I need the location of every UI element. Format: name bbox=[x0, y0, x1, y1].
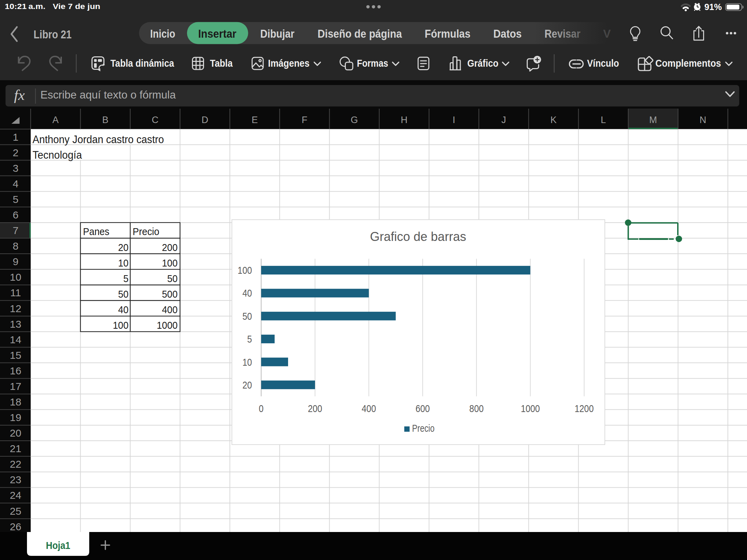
svg-text:Tabla dinámica: Tabla dinámica bbox=[110, 58, 174, 69]
svg-text:Panes: Panes bbox=[83, 226, 109, 237]
svg-text:Libro 21: Libro 21 bbox=[34, 28, 72, 41]
svg-text:100: 100 bbox=[162, 257, 177, 269]
svg-text:12: 12 bbox=[10, 303, 21, 314]
svg-text:40: 40 bbox=[242, 287, 252, 299]
svg-text:10:21 a.m.: 10:21 a.m. bbox=[5, 2, 45, 11]
svg-text:D: D bbox=[202, 115, 209, 125]
svg-text:23: 23 bbox=[10, 474, 21, 485]
svg-text:Tecnología: Tecnología bbox=[33, 149, 82, 161]
svg-text:0: 0 bbox=[259, 403, 264, 414]
svg-text:E: E bbox=[252, 115, 258, 125]
svg-text:H: H bbox=[401, 115, 408, 125]
svg-text:1200: 1200 bbox=[575, 403, 594, 414]
svg-text:Escribe aquí texto o fórmula: Escribe aquí texto o fórmula bbox=[40, 89, 176, 101]
svg-text:Grafico de barras: Grafico de barras bbox=[370, 230, 466, 244]
svg-text:1000: 1000 bbox=[157, 319, 177, 331]
svg-text:400: 400 bbox=[162, 304, 177, 315]
svg-text:I: I bbox=[453, 115, 455, 125]
svg-text:10: 10 bbox=[10, 271, 21, 283]
svg-text:20: 20 bbox=[242, 379, 252, 391]
svg-text:20: 20 bbox=[118, 242, 128, 253]
svg-text:C: C bbox=[152, 115, 159, 125]
svg-text:19: 19 bbox=[10, 412, 21, 423]
svg-text:100: 100 bbox=[113, 319, 128, 331]
svg-text:14: 14 bbox=[10, 334, 21, 345]
svg-text:15: 15 bbox=[10, 349, 21, 361]
svg-text:K: K bbox=[551, 115, 557, 125]
svg-text:26: 26 bbox=[10, 521, 21, 532]
svg-text:Precio: Precio bbox=[133, 226, 159, 237]
svg-text:Anthony Jordan castro castro: Anthony Jordan castro castro bbox=[33, 133, 164, 146]
svg-text:22: 22 bbox=[10, 458, 21, 470]
svg-text:50: 50 bbox=[118, 288, 128, 300]
svg-text:Hoja1: Hoja1 bbox=[46, 540, 70, 551]
svg-text:Dibujar: Dibujar bbox=[260, 27, 295, 40]
svg-text:400: 400 bbox=[362, 403, 376, 414]
svg-text:500: 500 bbox=[162, 288, 177, 300]
svg-text:Vie 7 de jun: Vie 7 de jun bbox=[53, 2, 101, 11]
svg-text:6: 6 bbox=[13, 209, 19, 221]
svg-text:V: V bbox=[603, 27, 611, 40]
svg-text:18: 18 bbox=[10, 396, 21, 408]
svg-text:100: 100 bbox=[238, 264, 252, 276]
svg-text:11: 11 bbox=[10, 287, 21, 298]
svg-text:21: 21 bbox=[10, 443, 21, 454]
svg-text:50: 50 bbox=[242, 310, 252, 322]
svg-text:25: 25 bbox=[10, 505, 21, 517]
svg-text:Diseño de página: Diseño de página bbox=[317, 27, 402, 40]
svg-text:2: 2 bbox=[13, 147, 19, 158]
svg-text:Vínculo: Vínculo bbox=[587, 58, 619, 69]
svg-text:3: 3 bbox=[13, 162, 19, 174]
svg-text:1000: 1000 bbox=[521, 403, 540, 414]
svg-text:13: 13 bbox=[10, 318, 21, 330]
svg-text:20: 20 bbox=[10, 427, 21, 439]
svg-text:Complementos: Complementos bbox=[655, 58, 721, 69]
svg-text:B: B bbox=[102, 115, 109, 125]
svg-text:Insertar: Insertar bbox=[198, 27, 237, 40]
svg-text:17: 17 bbox=[10, 381, 21, 392]
svg-text:8: 8 bbox=[13, 240, 19, 252]
svg-text:Imágenes: Imágenes bbox=[268, 58, 310, 69]
svg-text:5: 5 bbox=[13, 194, 19, 205]
svg-text:9: 9 bbox=[13, 256, 19, 267]
svg-text:5: 5 bbox=[247, 333, 252, 345]
svg-text:16: 16 bbox=[10, 365, 21, 376]
svg-text:40: 40 bbox=[118, 304, 128, 315]
svg-text:Formas: Formas bbox=[357, 58, 388, 69]
svg-text:200: 200 bbox=[162, 242, 177, 253]
svg-text:M: M bbox=[649, 115, 657, 125]
svg-text:5: 5 bbox=[123, 273, 128, 284]
svg-text:N: N bbox=[700, 115, 707, 125]
svg-text:Gráfico: Gráfico bbox=[467, 58, 498, 69]
svg-text:50: 50 bbox=[167, 273, 177, 284]
svg-text:fx: fx bbox=[14, 87, 25, 103]
svg-text:91%: 91% bbox=[704, 2, 722, 12]
svg-text:G: G bbox=[351, 115, 358, 125]
svg-text:Inicio: Inicio bbox=[150, 27, 175, 40]
svg-text:J: J bbox=[501, 115, 506, 125]
svg-text:10: 10 bbox=[118, 257, 128, 269]
svg-text:Tabla: Tabla bbox=[210, 58, 233, 69]
svg-text:10: 10 bbox=[242, 356, 252, 368]
svg-text:200: 200 bbox=[308, 403, 322, 414]
svg-text:F: F bbox=[302, 115, 307, 125]
svg-text:L: L bbox=[601, 115, 606, 125]
svg-text:24: 24 bbox=[10, 489, 21, 501]
svg-text:Fórmulas: Fórmulas bbox=[425, 27, 470, 40]
svg-text:800: 800 bbox=[469, 403, 483, 414]
svg-text:600: 600 bbox=[416, 403, 430, 414]
svg-text:7: 7 bbox=[13, 225, 19, 236]
svg-text:4: 4 bbox=[13, 178, 19, 189]
svg-text:Precio: Precio bbox=[412, 422, 435, 434]
svg-text:1: 1 bbox=[13, 131, 19, 143]
svg-text:Datos: Datos bbox=[494, 27, 522, 40]
svg-text:A: A bbox=[53, 115, 59, 125]
